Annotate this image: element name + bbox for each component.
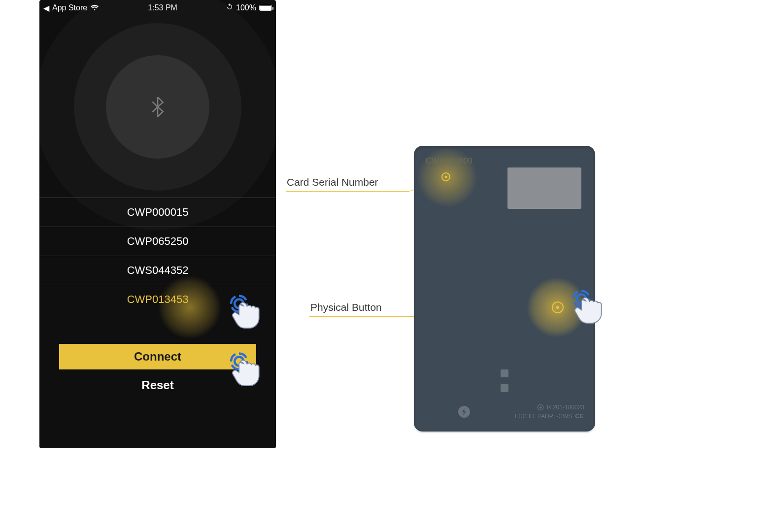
indicator-dot <box>501 384 508 392</box>
card-display <box>507 167 581 209</box>
indicator-dot <box>501 369 508 377</box>
device-row[interactable]: CWP000015 <box>39 198 276 227</box>
serial-marker-icon <box>441 172 450 181</box>
card-certification-text: R 201-180023 FCC ID: 2ADPT-CWS CE <box>515 403 584 421</box>
tap-highlight-glow <box>158 275 222 339</box>
card-indicator-dots <box>501 369 508 392</box>
bluetooth-icon <box>148 97 168 117</box>
cert-line-1: R 201-180023 <box>547 403 584 412</box>
callout-physical-button-label: Physical Button <box>310 301 382 313</box>
cert-line-2: FCC ID: 2ADPT-CWS <box>515 412 573 421</box>
device-id: CWS044352 <box>127 264 189 277</box>
device-row[interactable]: CWS044352 <box>39 256 276 285</box>
connect-button-label: Connect <box>134 350 181 364</box>
hardware-card: CWP000000 R 201-180023 FCC ID: 2ADPT-CWS… <box>414 146 595 432</box>
device-id: CWP000015 <box>127 206 189 219</box>
connect-button[interactable]: Connect <box>59 344 256 369</box>
cert-mark-icon <box>537 404 544 411</box>
battery-percent: 100% <box>236 3 256 12</box>
button-area: Connect Reset <box>39 344 276 392</box>
callout-serial-label: Card Serial Number <box>287 176 378 188</box>
card-serial-number: CWP000000 <box>426 157 472 166</box>
back-caret-icon[interactable]: ◀ <box>43 3 49 13</box>
device-row-selected[interactable]: CWP013453 <box>39 285 276 314</box>
device-row[interactable]: CWP065250 <box>39 227 276 256</box>
phone-mockup: ◀ App Store 1:53 PM 100% <box>39 0 276 448</box>
reset-button[interactable]: Reset <box>141 378 173 392</box>
callout-leader-line <box>286 191 409 192</box>
device-list: CWP000015 CWP065250 CWS044352 CWP013453 <box>39 198 276 314</box>
device-id: CWP013453 <box>127 293 189 306</box>
device-id: CWP065250 <box>127 235 189 248</box>
physical-button[interactable] <box>552 301 564 313</box>
reset-button-label: Reset <box>141 378 173 392</box>
battery-icon <box>259 5 272 11</box>
charge-icon <box>458 406 470 418</box>
ce-mark-icon: CE <box>575 412 584 421</box>
bluetooth-radar <box>39 16 276 198</box>
